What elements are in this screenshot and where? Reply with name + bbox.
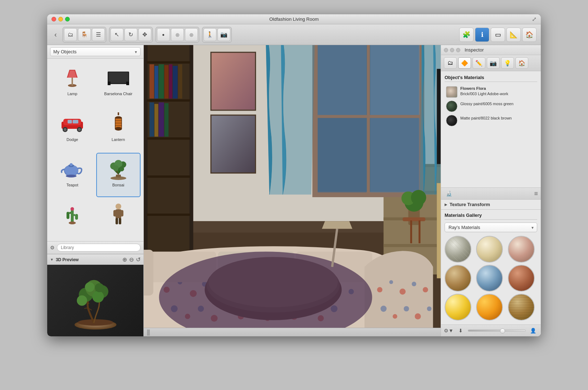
- select-tool-button[interactable]: ↖: [111, 28, 123, 41]
- svg-rect-96: [370, 118, 420, 193]
- material-item-flowers-flora[interactable]: Flowers Flora Brick/003 Light Adobe-work: [445, 85, 537, 99]
- object-item-cactus[interactable]: [50, 199, 95, 239]
- svg-rect-65: [147, 99, 190, 102]
- inspector-action-toolbar: 🔬 ≡: [441, 187, 541, 200]
- object-item-bonsai[interactable]: Bonsai: [96, 153, 141, 197]
- gallery-item-orange[interactable]: [476, 294, 503, 321]
- lamp-label: Lamp: [67, 92, 77, 96]
- lantern-label: Lantern: [112, 137, 125, 142]
- gallery-item-wood[interactable]: [508, 294, 535, 321]
- inspector-min-button[interactable]: [450, 48, 454, 52]
- svg-rect-9: [63, 119, 81, 125]
- svg-point-144: [427, 306, 432, 311]
- close-button[interactable]: [52, 17, 56, 21]
- texture-transform-title: Texture Transform: [450, 202, 490, 207]
- plan-button[interactable]: 📐: [506, 28, 521, 42]
- svg-rect-48: [119, 218, 121, 224]
- search-gear-icon[interactable]: ⚙: [50, 245, 55, 250]
- materials-gallery-section: Materials Gallery Ray's Materials: [441, 210, 541, 325]
- inspector-tab-edit[interactable]: ✏️: [472, 57, 485, 69]
- object-item-lamp[interactable]: Lamp: [50, 62, 95, 106]
- gallery-item-brown-pattern[interactable]: [445, 265, 471, 292]
- material-item-matte-paint[interactable]: Matte paint/8022 black brown: [445, 113, 537, 128]
- gallery-item-blue-argyle[interactable]: [476, 265, 503, 292]
- material-item-glossy-paint[interactable]: Glossy paint/6005 moss green: [445, 99, 537, 113]
- preview-collapse-arrow[interactable]: ▼: [50, 258, 54, 262]
- home-button[interactable]: 🏠: [522, 28, 536, 42]
- inspector-gear-button[interactable]: ⚙▼: [444, 328, 454, 333]
- objects-dropdown[interactable]: My Objects: [50, 47, 141, 56]
- scene-render: [144, 45, 441, 336]
- objects-view-button[interactable]: 🗂: [64, 28, 77, 41]
- svg-point-50: [78, 319, 113, 326]
- cactus-icon: [58, 202, 87, 227]
- play-button[interactable]: ◎: [171, 28, 184, 41]
- teapot-label: Teapot: [67, 183, 78, 187]
- user-icon-button[interactable]: 👤: [528, 326, 538, 335]
- back-button[interactable]: ‹: [52, 29, 60, 40]
- list-view-button[interactable]: ☰: [92, 28, 105, 41]
- svg-rect-7: [126, 82, 129, 85]
- svg-rect-156: [410, 220, 412, 243]
- reset-view-button[interactable]: ↺: [136, 256, 141, 263]
- object-item-dodge[interactable]: Dodge: [50, 107, 95, 152]
- record-button[interactable]: ●: [157, 28, 170, 41]
- info-button[interactable]: ℹ: [475, 28, 489, 42]
- texture-transform-header[interactable]: ▶ Texture Transform: [445, 202, 537, 207]
- search-input[interactable]: [57, 244, 141, 252]
- window-title: Oldfashion Living Room: [269, 16, 319, 22]
- layout-button[interactable]: ▭: [491, 28, 505, 42]
- barselona-chair-label: Barselona Chair: [104, 92, 132, 96]
- glossy-paint-label: Glossy paint/6005 moss green: [460, 101, 514, 106]
- zoom-out-button[interactable]: ⊖: [129, 256, 134, 263]
- walk-button[interactable]: 🚶: [204, 28, 216, 41]
- svg-rect-75: [178, 64, 182, 99]
- svg-rect-47: [116, 218, 118, 224]
- inspector-tab-sphere[interactable]: 🔶: [458, 57, 471, 69]
- inspector-close-button[interactable]: [444, 48, 448, 52]
- svg-rect-6: [108, 82, 111, 85]
- inspector-tab-objects[interactable]: 🗂: [444, 57, 457, 69]
- svg-rect-67: [147, 175, 190, 177]
- gallery-item-cream-flower[interactable]: [476, 236, 503, 263]
- chair-view-button[interactable]: 🪑: [78, 28, 91, 41]
- gallery-item-gold[interactable]: [445, 294, 471, 321]
- objects-dropdown-wrap: My Objects: [50, 47, 141, 56]
- svg-point-140: [381, 306, 387, 312]
- gallery-dropdown[interactable]: Ray's Materials: [445, 223, 537, 232]
- main-window: Oldfashion Living Room ⤢ ‹ 🗂 🪑 ☰ ↖ ↻ ✥ ●…: [47, 14, 541, 336]
- inspector-menu-button[interactable]: ≡: [534, 190, 538, 198]
- gallery-item-rust-texture[interactable]: [508, 265, 535, 292]
- minimize-button[interactable]: [58, 17, 63, 21]
- gallery-item-red-floral[interactable]: [508, 236, 535, 263]
- move-tool-button[interactable]: ✥: [138, 28, 151, 41]
- inspector-max-button[interactable]: [456, 48, 460, 52]
- inspector-tab-camera[interactable]: 📷: [487, 57, 500, 69]
- eyedropper-button[interactable]: 🔬: [444, 189, 454, 198]
- inspector-tab-light[interactable]: 💡: [501, 57, 514, 69]
- stop-button[interactable]: ◎: [185, 28, 198, 41]
- object-item-figure[interactable]: [96, 199, 141, 239]
- settings-button[interactable]: 🧩: [459, 28, 474, 42]
- svg-point-28: [66, 175, 77, 177]
- maximize-button[interactable]: [65, 17, 70, 21]
- inspector-tab-home[interactable]: 🏠: [515, 57, 528, 69]
- rotate-tool-button[interactable]: ↻: [124, 28, 137, 41]
- object-item-lantern[interactable]: Lantern: [96, 107, 141, 152]
- object-item-barselona-chair[interactable]: Barselona Chair: [96, 62, 141, 106]
- scene-handle: |||: [147, 328, 150, 336]
- expand-icon[interactable]: ⤢: [532, 16, 536, 23]
- gallery-item-gray-flower[interactable]: [445, 236, 471, 263]
- zoom-in-button[interactable]: ⊕: [122, 256, 127, 263]
- camera-button[interactable]: 📷: [217, 28, 230, 41]
- bonsai-label: Bonsai: [112, 183, 124, 187]
- inspector-bottom-bar: ⚙▼ ⬇ 👤: [441, 325, 541, 336]
- object-item-teapot[interactable]: Teapot: [50, 153, 95, 197]
- svg-point-55: [92, 291, 104, 302]
- materials-list: Flowers Flora Brick/003 Light Adobe-work…: [445, 85, 537, 128]
- import-button[interactable]: ⬇: [456, 326, 466, 335]
- size-slider-thumb[interactable]: [500, 328, 505, 333]
- svg-point-13: [78, 128, 81, 131]
- svg-rect-79: [164, 103, 168, 137]
- glossy-paint-swatch: [446, 101, 457, 112]
